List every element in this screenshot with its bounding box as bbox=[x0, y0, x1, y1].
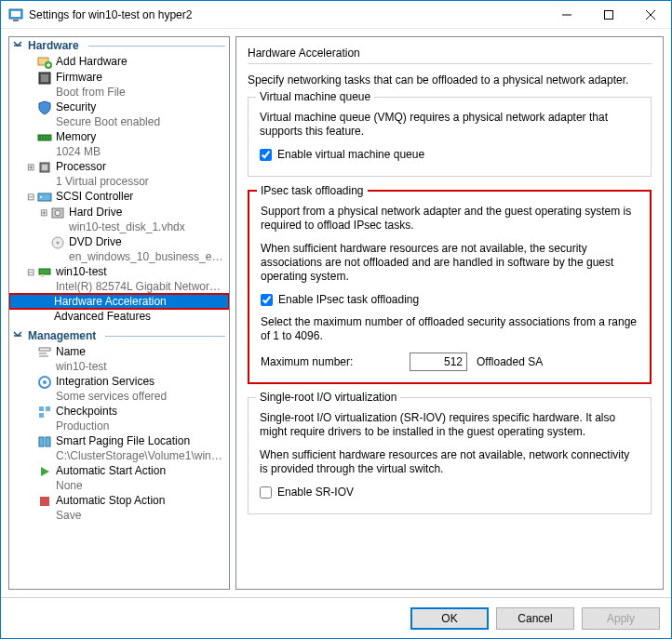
sidebar-item-firmware[interactable]: FirmwareBoot from File bbox=[9, 70, 229, 100]
hardware-section-header[interactable]: Hardware bbox=[9, 37, 229, 54]
ipsec-group: IPsec task offloading Support from a phy… bbox=[248, 190, 652, 384]
vmq-checkbox-input[interactable] bbox=[260, 149, 272, 161]
integration-icon bbox=[37, 375, 52, 390]
svg-rect-38 bbox=[39, 437, 44, 446]
sidebar-item-auto-start[interactable]: Automatic Start ActionNone bbox=[9, 463, 229, 493]
max-number-suffix: Offloaded SA bbox=[477, 355, 543, 368]
expander-icon[interactable]: ⊞ bbox=[37, 206, 50, 220]
sidebar-item-dvd-drive[interactable]: DVD Driveen_windows_10_business_editi... bbox=[9, 234, 229, 264]
management-header-label: Management bbox=[28, 329, 96, 342]
shield-icon bbox=[37, 100, 52, 115]
max-number-input[interactable] bbox=[410, 353, 467, 371]
window-title: Settings for win10-test on hyper2 bbox=[29, 8, 545, 21]
svg-point-24 bbox=[55, 210, 60, 216]
sidebar-item-security[interactable]: SecuritySecure Boot enabled bbox=[9, 100, 229, 129]
maximize-button[interactable] bbox=[587, 1, 629, 28]
scsi-icon bbox=[37, 190, 52, 205]
sidebar-item-memory[interactable]: Memory1024 MB bbox=[9, 129, 229, 159]
sriov-checkbox-input[interactable] bbox=[260, 486, 272, 499]
svg-point-26 bbox=[57, 242, 60, 245]
svg-rect-28 bbox=[41, 274, 44, 277]
sidebar-item-add-hardware[interactable]: Add Hardware bbox=[9, 54, 229, 70]
svg-rect-20 bbox=[42, 165, 47, 170]
svg-rect-41 bbox=[40, 497, 49, 506]
sriov-group: Single-root I/O virtualization Single-ro… bbox=[248, 397, 652, 514]
vmq-group: Virtual machine queue Virtual machine qu… bbox=[248, 97, 652, 177]
svg-marker-40 bbox=[41, 467, 49, 476]
management-section-header[interactable]: Management bbox=[9, 327, 229, 344]
sidebar-item-advanced-features[interactable]: Advanced Features bbox=[9, 309, 229, 324]
sidebar-item-hardware-acceleration[interactable]: Hardware Acceleration bbox=[9, 294, 229, 309]
svg-rect-13 bbox=[41, 74, 48, 82]
sidebar-item-scsi[interactable]: ⊟ SCSI Controller bbox=[9, 189, 229, 205]
vmq-checkbox[interactable]: Enable virtual machine queue bbox=[260, 148, 639, 161]
sidebar-item-processor[interactable]: ⊞ Processor1 Virtual processor bbox=[9, 159, 229, 189]
auto-start-icon bbox=[37, 464, 52, 479]
sidebar-item-checkpoints[interactable]: CheckpointsProduction bbox=[9, 404, 229, 433]
ipsec-legend: IPsec task offloading bbox=[257, 184, 368, 197]
paging-icon bbox=[37, 434, 52, 449]
svg-rect-37 bbox=[39, 413, 44, 418]
svg-rect-2 bbox=[13, 20, 19, 21]
svg-rect-30 bbox=[39, 348, 50, 351]
add-hardware-icon bbox=[37, 55, 52, 70]
svg-point-34 bbox=[43, 380, 47, 384]
settings-window: Settings for win10-test on hyper2 Hardwa… bbox=[0, 0, 672, 639]
collapse-icon bbox=[13, 331, 24, 340]
svg-rect-4 bbox=[604, 10, 612, 19]
expander-icon[interactable]: ⊟ bbox=[24, 190, 37, 205]
page-title: Hardware Acceleration bbox=[248, 47, 652, 60]
app-icon bbox=[8, 7, 23, 22]
close-button[interactable] bbox=[629, 1, 671, 28]
titlebar: Settings for win10-test on hyper2 bbox=[1, 1, 671, 29]
svg-point-22 bbox=[40, 196, 42, 198]
sidebar: Hardware Add Hardware FirmwareBoot from … bbox=[8, 36, 230, 590]
firmware-icon bbox=[37, 71, 52, 86]
max-number-label: Maximum number: bbox=[261, 355, 400, 368]
network-adapter-icon bbox=[37, 265, 52, 280]
expander-icon[interactable]: ⊞ bbox=[24, 160, 37, 175]
sriov-legend: Single-root I/O virtualization bbox=[256, 391, 400, 404]
svg-rect-36 bbox=[46, 406, 50, 411]
dvd-icon bbox=[50, 235, 65, 250]
dialog-footer: OK Cancel Apply bbox=[1, 597, 671, 638]
sidebar-item-auto-stop[interactable]: Automatic Stop ActionSave bbox=[9, 493, 229, 523]
checkpoints-icon bbox=[37, 405, 52, 419]
sidebar-item-hard-drive[interactable]: ⊞ Hard Drivewin10-test_disk_1.vhdx bbox=[9, 205, 229, 234]
auto-stop-icon bbox=[37, 494, 52, 509]
ok-button[interactable]: OK bbox=[410, 607, 489, 630]
sidebar-item-name[interactable]: Namewin10-test bbox=[9, 344, 229, 374]
svg-rect-27 bbox=[39, 269, 50, 274]
hard-drive-icon bbox=[50, 206, 65, 220]
processor-icon bbox=[37, 160, 52, 175]
svg-rect-39 bbox=[46, 437, 50, 446]
sidebar-item-network-adapter[interactable]: ⊟ win10-testIntel(R) 82574L Gigabit Netw… bbox=[9, 264, 229, 294]
hardware-header-label: Hardware bbox=[28, 39, 79, 52]
vmq-legend: Virtual machine queue bbox=[256, 90, 374, 103]
content-pane: Hardware Acceleration Specify networking… bbox=[235, 36, 664, 590]
ipsec-checkbox[interactable]: Enable IPsec task offloading bbox=[261, 293, 638, 306]
collapse-icon bbox=[13, 41, 24, 50]
minimize-button[interactable] bbox=[545, 1, 587, 28]
intro-text: Specify networking tasks that can be off… bbox=[248, 73, 652, 87]
name-icon bbox=[37, 345, 52, 360]
apply-button[interactable]: Apply bbox=[582, 607, 660, 630]
cancel-button[interactable]: Cancel bbox=[496, 607, 574, 630]
expander-icon[interactable]: ⊟ bbox=[24, 265, 37, 280]
sidebar-item-smart-paging[interactable]: Smart Paging File LocationC:\ClusterStor… bbox=[9, 433, 229, 463]
memory-icon bbox=[37, 130, 52, 145]
sriov-checkbox[interactable]: Enable SR-IOV bbox=[260, 486, 639, 499]
svg-rect-1 bbox=[11, 11, 20, 17]
sidebar-item-integration-services[interactable]: Integration ServicesSome services offere… bbox=[9, 374, 229, 404]
svg-rect-35 bbox=[39, 406, 44, 411]
ipsec-checkbox-input[interactable] bbox=[261, 294, 273, 306]
